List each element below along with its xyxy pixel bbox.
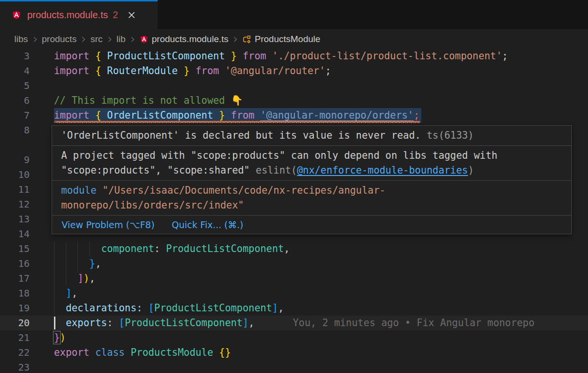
token <box>54 287 66 299</box>
line-number[interactable]: 4 <box>0 64 30 78</box>
token <box>54 317 66 329</box>
line-number[interactable]: 17 <box>0 271 30 286</box>
close-icon[interactable] <box>128 11 136 19</box>
code-text: import { ProductListComponent } from './… <box>54 49 508 64</box>
line-number[interactable]: 14 <box>0 227 30 241</box>
token: declarations <box>66 302 137 314</box>
code-text: declarations: [ProductListComponent], <box>54 301 284 316</box>
token: } <box>89 258 95 269</box>
line-number[interactable]: 19 <box>0 301 30 316</box>
token: } <box>178 65 195 77</box>
token: ] <box>77 273 83 284</box>
code-line-21[interactable]: 21}) <box>0 330 588 345</box>
breadcrumb-folder-libs[interactable]: libs <box>14 34 28 44</box>
token: ) <box>60 332 65 343</box>
code-line-6[interactable]: 6// This import is not allowed 👇 <box>0 93 588 108</box>
line-number[interactable]: 12 <box>0 197 30 212</box>
token: '@angular/router' <box>225 65 325 77</box>
line-number[interactable]: 8 <box>0 123 30 138</box>
angular-icon <box>139 34 149 44</box>
code-line-19[interactable]: 19 declarations: [ProductListComponent], <box>0 301 588 316</box>
token: './product-list/product-list.component' <box>272 50 502 62</box>
token: ] <box>66 287 72 299</box>
line-number[interactable]: 7 <box>0 108 30 123</box>
token: , <box>284 243 289 254</box>
line-number[interactable]: 16 <box>0 256 30 271</box>
token: { <box>95 50 107 62</box>
token: '@angular-monorepo/orders' <box>260 110 414 121</box>
breadcrumb-folder-lib[interactable]: lib <box>117 34 126 44</box>
token: { <box>95 65 107 77</box>
module-path-line1: "/Users/isaac/Documents/code/nx-recipes/… <box>102 185 385 196</box>
line-number[interactable]: 23 <box>0 360 30 373</box>
line-number[interactable]: 5 <box>0 78 30 93</box>
line-number[interactable]: 3 <box>0 49 30 64</box>
code-text: exports: [ProductListComponent], <box>54 316 255 330</box>
line-number[interactable]: 13 <box>0 212 30 227</box>
eslint-diagnostic: A project tagged with "scope:products" c… <box>52 146 571 180</box>
token: {} <box>219 347 231 358</box>
line-number[interactable]: 10 <box>0 167 30 182</box>
token: } <box>225 50 243 62</box>
line-number[interactable]: 21 <box>0 330 30 345</box>
breadcrumb-file[interactable]: products.module.ts <box>152 34 229 44</box>
token: ] <box>272 302 278 314</box>
tab-title: products.module.ts <box>27 10 108 21</box>
token: component <box>54 243 154 254</box>
code-line-17[interactable]: 17 ]), <box>0 271 588 286</box>
line-number[interactable]: 20 <box>0 316 30 330</box>
eslint-message-line2: "scope:products", "scope:shared" <box>61 165 250 176</box>
breadcrumb-folder-src[interactable]: src <box>90 34 102 44</box>
code-line-18[interactable]: 18 ], <box>0 286 588 301</box>
symbol-class-icon <box>242 35 251 44</box>
code-line-7[interactable]: 7import { OrderListComponent } from '@an… <box>0 108 588 123</box>
token: ProductListComponent <box>166 243 284 254</box>
token: [ <box>119 317 125 329</box>
eslint-source-suffix: ) <box>468 165 474 176</box>
eslint-rule-link[interactable]: @nx/enforce-module-boundaries <box>297 165 468 176</box>
code-line-5[interactable]: 5 <box>0 78 588 93</box>
token: RouterModule <box>107 65 178 77</box>
code-line-22[interactable]: 22export class ProductsModule {} <box>0 345 588 360</box>
code-line-3[interactable]: 3import { ProductListComponent } from '.… <box>0 49 588 64</box>
token: exports <box>66 317 107 329</box>
git-blame-annotation: You, 2 minutes ago • Fix Angular monorep… <box>293 316 535 330</box>
code-line-20[interactable]: 20 exports: [ProductListComponent],You, … <box>0 316 588 330</box>
tab-strip: products.module.ts 2 <box>0 0 588 30</box>
token: } <box>213 110 231 121</box>
token: , <box>248 317 254 329</box>
breadcrumb-symbol[interactable]: ProductsModule <box>255 34 320 44</box>
code-line-15[interactable]: 15 component: ProductListComponent, <box>0 241 588 256</box>
code-line-23[interactable]: 23 <box>0 360 588 373</box>
chevron-right-icon <box>232 36 239 43</box>
view-problem-button[interactable]: View Problem (⌥F8) <box>62 219 155 230</box>
code-line-4[interactable]: 4import { RouterModule } from '@angular/… <box>0 64 588 78</box>
token: from <box>243 50 272 62</box>
token: class <box>95 347 130 358</box>
token: // This import is not allowed 👇 <box>54 95 243 106</box>
token: , <box>89 273 95 284</box>
token: , <box>72 287 77 299</box>
ts-diagnostic: 'OrderListComponent' is declared but its… <box>52 126 571 145</box>
line-number[interactable]: 18 <box>0 286 30 301</box>
line-number[interactable]: 9 <box>0 153 30 167</box>
quick-fix-button[interactable]: Quick Fix... (⌘.) <box>172 219 244 230</box>
token: ProductsModule <box>130 347 219 358</box>
code-line-16[interactable]: 16 }, <box>0 256 588 271</box>
breadcrumb-folder-products[interactable]: products <box>42 34 77 44</box>
line-number[interactable]: 15 <box>0 241 30 256</box>
token: from <box>231 110 260 121</box>
token: ; <box>502 50 508 62</box>
token: from <box>195 65 225 77</box>
module-info: module "/Users/isaac/Documents/code/nx-r… <box>52 181 571 215</box>
ts-diagnostic-code: ts(6133) <box>427 130 474 141</box>
line-number[interactable]: 6 <box>0 93 30 108</box>
tab-products-module[interactable]: products.module.ts 2 <box>0 0 158 30</box>
line-number[interactable]: 22 <box>0 345 30 360</box>
line-number[interactable]: 11 <box>0 182 30 197</box>
token: import <box>54 65 95 77</box>
token: ; <box>325 65 331 77</box>
token: : <box>154 243 166 254</box>
token: export <box>54 347 95 358</box>
code-text: }, <box>54 256 101 271</box>
